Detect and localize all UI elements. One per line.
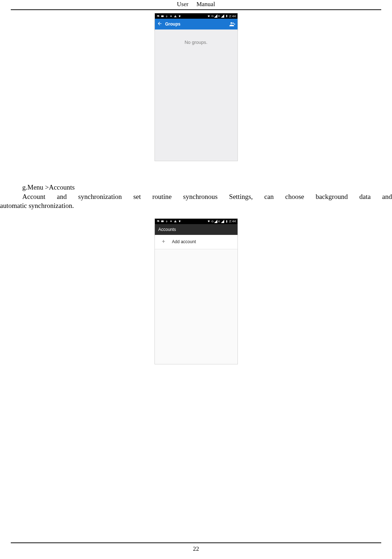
svg-rect-15 (226, 220, 227, 221)
signal-icon (214, 14, 217, 18)
document-body-text: g.Menu >Accounts Account and synchroniza… (0, 183, 392, 210)
svg-rect-13 (175, 222, 175, 222)
usb-icon (165, 219, 169, 223)
status-bar-2: G E 2:44 (155, 219, 237, 224)
document-footer: 22 (11, 542, 381, 553)
back-icon[interactable] (157, 21, 162, 28)
add-account-label: Add account (172, 239, 196, 244)
accounts-list: Add account (155, 235, 237, 364)
network-type-g: G (211, 14, 213, 18)
page-number: 22 (193, 545, 199, 552)
battery-icon (225, 14, 229, 18)
plug-icon (178, 219, 181, 223)
warning-icon (174, 219, 177, 223)
warning-icon (174, 14, 177, 18)
debug-icon (169, 14, 173, 18)
document-header: User Manual (11, 0, 381, 10)
svg-rect-12 (175, 221, 175, 222)
svg-rect-4 (175, 17, 175, 17)
image-icon (156, 219, 160, 223)
svg-rect-14 (226, 221, 227, 223)
plug-icon (178, 14, 181, 18)
status-icons-right: G E 2:44 (207, 14, 236, 18)
svg-point-1 (157, 15, 158, 16)
svg-point-11 (170, 221, 171, 222)
mail-icon (161, 14, 164, 18)
svg-point-2 (170, 15, 171, 17)
add-account-item[interactable]: Add account (155, 235, 237, 249)
status-icons-right-2: G E 2:44 (207, 219, 236, 223)
debug-icon (169, 219, 173, 223)
paragraph-line-1: Account and synchronization set routine … (0, 192, 392, 201)
status-icons-left-2 (156, 219, 182, 223)
header-word-user: User (177, 1, 188, 8)
groups-empty-state: No groups. (155, 29, 237, 161)
image-icon (156, 14, 160, 18)
section-heading-accounts: g.Menu >Accounts (0, 183, 392, 192)
battery-icon (225, 219, 229, 223)
mail-icon (161, 219, 164, 223)
status-time: 2:44 (229, 219, 236, 223)
svg-point-10 (157, 221, 158, 221)
screenshot-groups: G E 2:44 Groups No groups. (155, 13, 238, 161)
app-bar-title-accounts: Accounts (158, 227, 176, 232)
network-type-e: E (218, 14, 220, 18)
status-icons-left (156, 14, 182, 18)
svg-point-7 (230, 22, 232, 24)
add-group-icon[interactable] (229, 21, 235, 27)
signal-icon-2 (221, 220, 224, 223)
wifi-icon (207, 219, 211, 223)
app-bar-title-groups: Groups (165, 22, 229, 27)
svg-point-8 (232, 23, 234, 24)
plus-icon (160, 239, 167, 245)
svg-rect-5 (226, 15, 227, 17)
signal-icon (214, 220, 217, 223)
signal-icon-2 (221, 14, 224, 18)
groups-empty-text: No groups. (185, 40, 208, 161)
screenshot-accounts: G E 2:44 Accounts Add account (155, 218, 238, 364)
status-time: 2:44 (229, 14, 236, 18)
network-type-g: G (211, 220, 213, 223)
wifi-icon (207, 14, 211, 18)
status-bar: G E 2:44 (155, 13, 237, 19)
app-bar-accounts: Accounts (155, 224, 237, 235)
usb-icon (165, 14, 169, 18)
svg-rect-3 (175, 16, 175, 17)
svg-rect-6 (226, 15, 227, 15)
header-word-manual: Manual (197, 1, 215, 8)
app-bar-groups: Groups (155, 19, 237, 29)
paragraph-line-2: automatic synchronization. (0, 201, 392, 210)
network-type-e: E (218, 220, 220, 223)
